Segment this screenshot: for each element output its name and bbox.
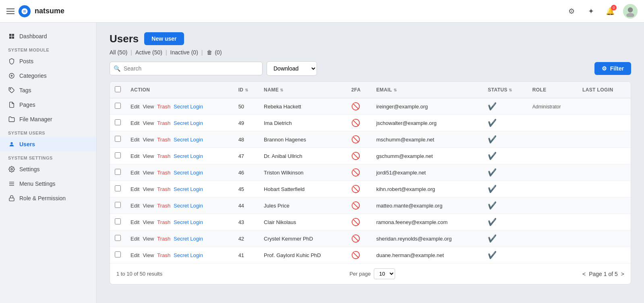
prev-page-btn[interactable]: <	[582, 271, 586, 277]
row-checkbox-cell	[110, 247, 126, 264]
secret-login-action[interactable]: Secret Login	[174, 203, 203, 209]
row-checkbox[interactable]	[115, 202, 121, 208]
trash-filter-icon: 🗑	[207, 49, 212, 56]
edit-action[interactable]: Edit	[130, 186, 139, 192]
col-email[interactable]: EMAIL	[371, 82, 483, 98]
svg-rect-13	[9, 198, 14, 201]
sidebar-item-role-permission[interactable]: Role & Permission	[0, 191, 96, 205]
row-checkbox[interactable]	[115, 251, 121, 257]
new-user-button[interactable]: New user	[144, 32, 184, 45]
filter-all[interactable]: All (50)	[110, 49, 127, 56]
edit-action[interactable]: Edit	[130, 170, 139, 176]
secret-login-action[interactable]: Secret Login	[174, 186, 203, 192]
filter-active[interactable]: Active (50)	[135, 49, 162, 56]
sidebar-item-menu-settings[interactable]: Menu Settings	[0, 176, 96, 191]
filter-trash-count[interactable]: (0)	[215, 49, 222, 56]
trash-action[interactable]: Trash	[157, 186, 170, 192]
col-id[interactable]: ID	[234, 82, 259, 98]
filter-inactive[interactable]: Inactive (0)	[170, 49, 198, 56]
svg-point-8	[10, 142, 12, 144]
filter-button[interactable]: ⚙ Filter	[594, 62, 631, 75]
next-page-btn[interactable]: >	[621, 271, 624, 277]
row-action-cell: Edit View Trash Secret Login	[126, 131, 234, 148]
sidebar-item-posts[interactable]: Posts	[0, 54, 96, 68]
trash-action[interactable]: Trash	[157, 153, 170, 159]
row-checkbox[interactable]	[115, 103, 121, 109]
row-checkbox[interactable]	[115, 169, 121, 175]
row-checkbox[interactable]	[115, 136, 121, 142]
row-status: ✔️	[483, 148, 527, 164]
status-active-icon: ✔️	[488, 218, 497, 226]
secret-login-action[interactable]: Secret Login	[174, 104, 203, 110]
trash-action[interactable]: Trash	[157, 219, 170, 225]
tfa-disabled-icon: 🚫	[351, 168, 360, 176]
trash-action[interactable]: Trash	[157, 137, 170, 143]
sidebar-item-dashboard[interactable]: Dashboard	[0, 29, 96, 44]
secret-login-action[interactable]: Secret Login	[174, 170, 203, 176]
bell-icon-btn[interactable]: 🔔 0	[604, 5, 617, 18]
status-active-icon: ✔️	[488, 135, 497, 143]
edit-action[interactable]: Edit	[130, 252, 139, 258]
col-status[interactable]: STATUS	[483, 82, 527, 98]
secret-login-action[interactable]: Secret Login	[174, 153, 203, 159]
row-checkbox[interactable]	[115, 218, 121, 224]
download-select[interactable]: Download CSV Excel PDF	[267, 61, 317, 76]
edit-action[interactable]: Edit	[130, 219, 139, 225]
row-checkbox[interactable]	[115, 185, 121, 191]
edit-action[interactable]: Edit	[130, 153, 139, 159]
sidebar-item-file-manager[interactable]: File Manager	[0, 112, 96, 127]
view-action[interactable]: View	[143, 104, 154, 110]
view-action[interactable]: View	[143, 170, 154, 176]
view-action[interactable]: View	[143, 186, 154, 192]
view-action[interactable]: View	[143, 252, 154, 258]
row-status: ✔️	[483, 131, 527, 148]
row-checkbox-cell	[110, 148, 126, 164]
table-header-row: ACTION ID NAME 2FA EMAIL STATUS ROLE LAS…	[110, 82, 631, 98]
per-page-select[interactable]: 5 10 25 50	[374, 268, 395, 279]
view-action[interactable]: View	[143, 219, 154, 225]
row-checkbox[interactable]	[115, 152, 121, 158]
secret-login-action[interactable]: Secret Login	[174, 120, 203, 126]
sidebar-item-pages[interactable]: Pages	[0, 98, 96, 112]
col-name[interactable]: NAME	[259, 82, 346, 98]
view-action[interactable]: View	[143, 120, 154, 126]
hamburger-icon[interactable]	[6, 8, 14, 14]
trash-action[interactable]: Trash	[157, 120, 170, 126]
trash-action[interactable]: Trash	[157, 252, 170, 258]
search-input[interactable]	[110, 62, 263, 75]
table-row: Edit View Trash Secret Login 41 Prof. Ga…	[110, 247, 631, 264]
trash-action[interactable]: Trash	[157, 104, 170, 110]
results-info: 1 to 10 of 50 results	[116, 271, 162, 277]
theme-icon-btn[interactable]: ✦	[584, 5, 597, 18]
settings-icon-btn[interactable]: ⚙	[565, 5, 578, 18]
sidebar-item-categories[interactable]: Categories	[0, 68, 96, 83]
view-action[interactable]: View	[143, 203, 154, 209]
avatar[interactable]	[623, 4, 638, 19]
row-last-login	[578, 197, 631, 214]
edit-action[interactable]: Edit	[130, 104, 139, 110]
secret-login-action[interactable]: Secret Login	[174, 236, 203, 242]
view-action[interactable]: View	[143, 236, 154, 242]
edit-action[interactable]: Edit	[130, 236, 139, 242]
trash-action[interactable]: Trash	[157, 236, 170, 242]
secret-login-action[interactable]: Secret Login	[174, 252, 203, 258]
table-row: Edit View Trash Secret Login 43 Clair Ni…	[110, 214, 631, 230]
trash-action[interactable]: Trash	[157, 170, 170, 176]
view-action[interactable]: View	[143, 153, 154, 159]
select-all-checkbox[interactable]	[115, 86, 121, 92]
secret-login-action[interactable]: Secret Login	[174, 219, 203, 225]
row-status: ✔️	[483, 115, 527, 131]
row-name: Ima Dietrich	[259, 115, 346, 131]
edit-action[interactable]: Edit	[130, 203, 139, 209]
sidebar-item-tags[interactable]: Tags	[0, 83, 96, 98]
sidebar-item-settings[interactable]: Settings	[0, 162, 96, 176]
secret-login-action[interactable]: Secret Login	[174, 137, 203, 143]
edit-action[interactable]: Edit	[130, 120, 139, 126]
view-action[interactable]: View	[143, 137, 154, 143]
row-email: sheridan.reynolds@example.org	[371, 230, 483, 247]
trash-action[interactable]: Trash	[157, 203, 170, 209]
sidebar-item-users[interactable]: Users	[0, 137, 96, 152]
row-checkbox[interactable]	[115, 235, 121, 241]
row-checkbox[interactable]	[115, 119, 121, 125]
edit-action[interactable]: Edit	[130, 137, 139, 143]
